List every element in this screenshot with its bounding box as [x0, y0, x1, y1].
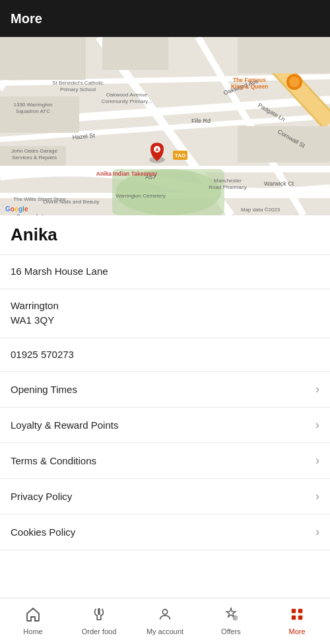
- restaurant-name: Anika: [0, 215, 330, 255]
- svg-text:%: %: [234, 616, 238, 620]
- order-food-label: Order food: [82, 627, 117, 635]
- phone-row: 01925 570273: [0, 338, 330, 373]
- opening-times-chevron: ›: [315, 382, 319, 396]
- svg-rect-60: [292, 616, 296, 620]
- nav-offers[interactable]: % Offers: [198, 598, 264, 644]
- svg-text:Warrington Cemetery: Warrington Cemetery: [116, 193, 166, 199]
- terms-conditions-label: Terms & Conditions: [11, 455, 96, 466]
- home-label: Home: [23, 627, 42, 635]
- loyalty-reward-row[interactable]: Loyalty & Reward Points ›: [0, 408, 330, 443]
- map-svg: Oakwood Ave Hazel St Fife Rd Padgate Ln …: [0, 37, 330, 215]
- bottom-nav: Home Order food My account % Offers: [0, 598, 330, 644]
- svg-text:Road Pharmacy: Road Pharmacy: [209, 184, 246, 190]
- svg-text:John Oates Garage: John Oates Garage: [11, 148, 57, 154]
- address-line1: 16 Marsh House Lane: [11, 264, 319, 279]
- more-icon: [289, 607, 305, 626]
- address-row: 16 Marsh House Lane: [0, 255, 330, 289]
- terms-conditions-chevron: ›: [315, 454, 319, 468]
- cookies-policy-row[interactable]: Cookies Policy ›: [0, 515, 330, 550]
- address-city: Warrington: [11, 299, 319, 314]
- svg-text:1330 Warrington: 1330 Warrington: [14, 102, 53, 108]
- svg-point-50: [289, 77, 300, 87]
- svg-text:Google: Google: [5, 205, 28, 213]
- cookies-policy-chevron: ›: [315, 525, 319, 539]
- order-food-icon: [91, 607, 107, 626]
- phone-number: 01925 570273: [11, 349, 74, 360]
- svg-text:King & Queen: King & Queen: [231, 83, 268, 90]
- map-container: Oakwood Ave Hazel St Fife Rd Padgate Ln …: [0, 37, 330, 215]
- nav-home[interactable]: Home: [0, 598, 66, 644]
- terms-conditions-row[interactable]: Terms & Conditions ›: [0, 443, 330, 479]
- privacy-policy-label: Privacy Policy: [11, 491, 72, 502]
- cookies-policy-label: Cookies Policy: [11, 526, 75, 538]
- svg-point-55: [162, 610, 167, 614]
- svg-rect-58: [292, 609, 296, 613]
- svg-rect-16: [238, 37, 330, 73]
- svg-text:Oakwood Avenue: Oakwood Avenue: [106, 92, 148, 98]
- svg-text:Warwick Ct: Warwick Ct: [264, 180, 294, 187]
- svg-text:Anika Indian Takeaway: Anika Indian Takeaway: [96, 170, 158, 177]
- offers-label: Offers: [221, 627, 241, 635]
- svg-text:TAO: TAO: [175, 153, 185, 159]
- svg-text:The Willis Street Store: The Willis Street Store: [13, 196, 66, 202]
- svg-rect-59: [298, 609, 302, 613]
- header-title: More: [11, 11, 42, 26]
- address-city-row: Warrington WA1 3QY: [0, 289, 330, 338]
- svg-rect-61: [298, 616, 302, 620]
- opening-times-row[interactable]: Opening Times ›: [0, 372, 330, 408]
- address-postcode: WA1 3QY: [11, 313, 319, 328]
- nav-order-food[interactable]: Order food: [66, 598, 132, 644]
- svg-text:St Benedict's Catholic: St Benedict's Catholic: [52, 80, 104, 86]
- more-label: More: [288, 627, 305, 635]
- svg-text:Squadron ATC: Squadron ATC: [16, 108, 50, 114]
- privacy-policy-chevron: ›: [315, 489, 319, 503]
- svg-text:Fife Rd: Fife Rd: [191, 118, 211, 124]
- loyalty-reward-label: Loyalty & Reward Points: [11, 419, 118, 431]
- svg-text:A: A: [155, 147, 158, 152]
- loyalty-reward-chevron: ›: [315, 418, 319, 432]
- offers-icon: %: [223, 607, 239, 626]
- privacy-policy-row[interactable]: Privacy Policy ›: [0, 479, 330, 515]
- svg-text:The Famous: The Famous: [233, 77, 266, 83]
- nav-my-account[interactable]: My account: [132, 598, 198, 644]
- home-icon: [25, 607, 41, 626]
- my-account-label: My account: [147, 627, 183, 635]
- svg-text:Primary School: Primary School: [60, 87, 96, 92]
- my-account-icon: [157, 607, 173, 626]
- header: More: [0, 0, 330, 37]
- svg-rect-15: [102, 37, 168, 70]
- svg-text:Services & Repairs: Services & Repairs: [12, 155, 57, 161]
- svg-text:Map data ©2023: Map data ©2023: [241, 207, 280, 213]
- svg-text:Peacock Ave: Peacock Ave: [16, 213, 51, 215]
- svg-text:Community Primary...: Community Primary...: [102, 98, 152, 104]
- svg-rect-13: [0, 37, 86, 80]
- nav-more[interactable]: More: [264, 598, 330, 644]
- opening-times-label: Opening Times: [11, 384, 77, 395]
- svg-text:Manchester: Manchester: [214, 178, 242, 184]
